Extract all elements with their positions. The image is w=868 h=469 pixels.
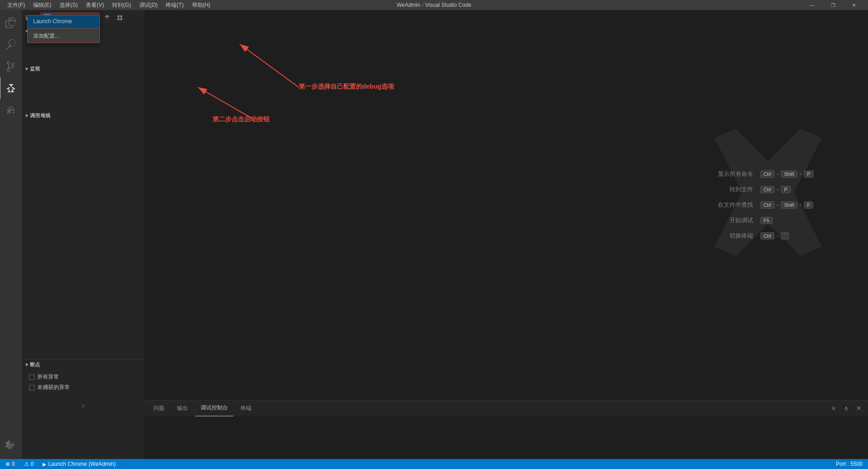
key-shift-2: Shift <box>781 201 797 209</box>
section-callstack-title: 调用堆栈 <box>30 112 51 119</box>
section-breakpoints-title: 断点 <box>30 361 40 368</box>
breakpoint-uncaught-exceptions-label: 未捕获的异常 <box>37 384 70 391</box>
section-watch: ▾ 监视 <box>22 64 144 110</box>
window-title: WeAdmin - Visual Studio Code <box>397 2 471 8</box>
minimize-button[interactable]: — <box>802 0 823 10</box>
key-ctrl-3: Ctrl <box>760 201 774 209</box>
panel-collapse-button[interactable]: ∧ <box>841 403 852 414</box>
breakpoint-uncaught-exceptions: 未捕获的异常 <box>22 382 144 393</box>
sidebar-item-extensions[interactable] <box>0 99 22 121</box>
status-port[interactable]: Port : 5500 <box>834 461 864 467</box>
sidebar-spacer <box>22 157 144 359</box>
title-bar: 文件(F) 编辑(E) 选择(S) 查看(V) 转到(G) 调试(D) 终端(T… <box>0 0 868 10</box>
sidebar-expand-btn[interactable]: › <box>22 397 144 414</box>
launch-icon: ▶ <box>43 462 46 467</box>
shortcut-keys-toggle-terminal: Ctrl + ` <box>760 232 789 239</box>
settings-icon[interactable] <box>0 434 22 455</box>
menu-help[interactable]: 帮助(H) <box>188 0 214 10</box>
key-p-2: P <box>781 186 790 193</box>
error-count: 0 <box>12 461 15 467</box>
shortcut-row-goto-file: 转到文件 Ctrl + P <box>708 185 814 194</box>
chevron-watch-icon: ▾ <box>25 66 28 71</box>
section-breakpoints-header[interactable]: ▾ 断点 <box>22 359 144 370</box>
tab-output[interactable]: 输出 <box>172 400 193 416</box>
status-right: Port : 5500 <box>834 461 864 467</box>
sidebar-item-debug[interactable] <box>0 77 21 99</box>
dropdown-divider <box>28 28 99 29</box>
menu-bar: 文件(F) 编辑(E) 选择(S) 查看(V) 转到(G) 调试(D) 终端(T… <box>4 0 214 10</box>
key-f: F <box>804 201 814 209</box>
key-f5: F5 <box>760 217 773 224</box>
section-callstack: ▾ 调用堆栈 <box>22 110 144 157</box>
activity-bar-bottom <box>0 434 22 459</box>
breakpoint-all-exceptions-label: 所有异常 <box>37 373 59 381</box>
shortcut-keys-goto-file: Ctrl + P <box>760 186 791 193</box>
menu-view[interactable]: 查看(V) <box>82 0 108 10</box>
breakpoint-all-exceptions: 所有异常 <box>22 372 144 382</box>
activity-bar <box>0 10 22 459</box>
sidebar-item-scm[interactable] <box>0 55 22 77</box>
warning-count: 0 <box>31 461 34 467</box>
bottom-tabs: 问题 输出 调试控制台 终端 ≡ ∧ ✕ <box>144 400 868 416</box>
shortcut-table: 显示所有命令 Ctrl + Shift + P 转到文件 Ctrl <box>708 170 814 240</box>
shortcut-row-toggle-terminal: 切换终端 Ctrl + ` <box>708 232 814 240</box>
shortcut-label-start-debug: 开始调试 <box>708 216 753 225</box>
key-ctrl-2: Ctrl <box>760 186 774 193</box>
debug-layout-button[interactable] <box>115 13 125 23</box>
editor-area: 显示所有命令 Ctrl + Shift + P 转到文件 Ctrl <box>144 10 868 459</box>
breakpoint-uncaught-exceptions-checkbox[interactable] <box>29 385 35 390</box>
key-shift: Shift <box>781 170 797 178</box>
chevron-breakpoints-icon: ▾ <box>25 362 28 367</box>
dropdown-item-launch-chrome[interactable]: Launch Chrome <box>28 15 99 27</box>
menu-file[interactable]: 文件(F) <box>4 0 29 10</box>
status-bar: ⊗ 0 ⚠ 0 ▶ Launch Chrome (WeAdmin) Port :… <box>0 459 868 469</box>
bottom-content <box>144 416 868 459</box>
section-watch-header[interactable]: ▾ 监视 <box>22 64 144 74</box>
menu-select[interactable]: 选择(S) <box>56 0 81 10</box>
key-ctrl: Ctrl <box>760 170 774 178</box>
tab-terminal[interactable]: 终端 <box>235 400 257 416</box>
editor-content: 显示所有命令 Ctrl + Shift + P 转到文件 Ctrl <box>144 10 868 400</box>
section-breakpoints-content: 所有异常 未捕获的异常 <box>22 370 144 397</box>
window-controls: — ❐ ✕ <box>802 0 864 10</box>
debug-settings-button[interactable] <box>102 13 112 23</box>
warning-icon: ⚠ <box>24 461 29 467</box>
shortcut-row-find-in-files: 在文件中查找 Ctrl + Shift + F <box>708 201 814 209</box>
bottom-panel-actions: ≡ ∧ ✕ <box>828 403 864 414</box>
tab-problems[interactable]: 问题 <box>148 400 170 416</box>
shortcut-label-goto-file: 转到文件 <box>708 185 753 194</box>
section-breakpoints: ▾ 断点 所有异常 未捕获的异常 › <box>22 359 144 459</box>
shortcut-row-start-debug: 开始调试 F5 <box>708 216 814 225</box>
panel-filter-button[interactable]: ≡ <box>828 403 839 414</box>
error-icon: ⊗ <box>5 461 10 467</box>
chevron-callstack-icon: ▾ <box>25 113 28 118</box>
section-callstack-content <box>22 121 144 157</box>
maximize-button[interactable]: ❐ <box>823 0 843 10</box>
editor-wrapper: 显示所有命令 Ctrl + Shift + P 转到文件 Ctrl <box>144 10 868 459</box>
shortcut-keys-all-commands: Ctrl + Shift + P <box>760 170 814 178</box>
sidebar-item-explorer[interactable] <box>0 12 22 34</box>
sidebar-item-search[interactable] <box>0 34 22 55</box>
expand-icon: › <box>82 401 84 410</box>
status-warnings[interactable]: ⚠ 0 <box>22 459 36 469</box>
sidebar: 调试 ▶ Launch Chrome ▾ Launch Chrome <box>22 10 144 459</box>
menu-terminal[interactable]: 终端(T) <box>162 0 187 10</box>
shortcut-row-all-commands: 显示所有命令 Ctrl + Shift + P <box>708 170 814 178</box>
section-watch-title: 监视 <box>30 65 40 72</box>
tab-debug-console[interactable]: 调试控制台 <box>195 400 233 416</box>
menu-goto[interactable]: 转到(G) <box>108 0 134 10</box>
menu-edit[interactable]: 编辑(E) <box>30 0 55 10</box>
key-ctrl-4: Ctrl <box>760 232 774 239</box>
panel-close-button[interactable]: ✕ <box>853 403 864 414</box>
breakpoint-all-exceptions-checkbox[interactable] <box>29 374 35 380</box>
close-button[interactable]: ✕ <box>843 0 864 10</box>
shortcut-label-toggle-terminal: 切换终端 <box>708 232 753 240</box>
menu-debug[interactable]: 调试(D) <box>136 0 162 10</box>
status-launch[interactable]: ▶ Launch Chrome (WeAdmin) <box>41 459 118 469</box>
shortcut-keys-find-in-files: Ctrl + Shift + F <box>760 201 814 209</box>
dropdown-item-add-config[interactable]: 添加配置... <box>28 30 99 43</box>
status-errors[interactable]: ⊗ 0 <box>4 459 17 469</box>
key-p: P <box>804 170 814 178</box>
section-callstack-header[interactable]: ▾ 调用堆栈 <box>22 110 144 121</box>
shortcut-label-all-commands: 显示所有命令 <box>708 170 753 178</box>
